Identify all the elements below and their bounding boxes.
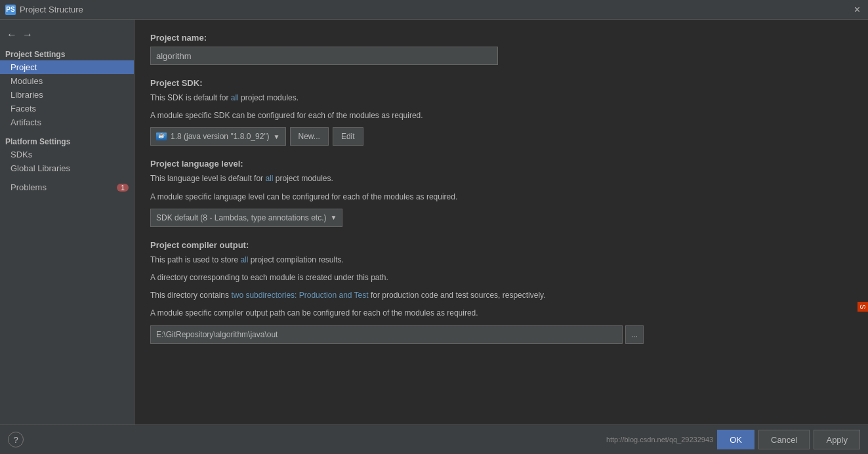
edit-sdk-button[interactable]: Edit	[333, 127, 363, 146]
compiler-desc-1: This path is used to store all project c…	[150, 254, 852, 266]
sidebar: ← → Project Settings Project Modules Lib…	[0, 20, 134, 424]
sidebar-item-modules[interactable]: Modules	[0, 74, 134, 88]
main-container: ← → Project Settings Project Modules Lib…	[0, 20, 868, 424]
platform-settings-label: Platform Settings	[0, 134, 134, 148]
sdk-dropdown[interactable]: ☕ 1.8 (java version "1.8.0_92") ▼	[150, 127, 286, 146]
forward-button[interactable]: →	[21, 28, 34, 42]
bottom-right-buttons: http://blog.csdn.net/qq_29232943 OK Canc…	[606, 430, 860, 449]
title-bar-text: Project Structure	[20, 5, 83, 14]
sdk-highlight-all: all	[231, 93, 239, 102]
watermark-badge: S	[858, 302, 868, 312]
title-bar-left: PS Project Structure	[5, 5, 83, 15]
sidebar-item-sdks[interactable]: SDKs	[0, 148, 134, 161]
sidebar-item-artifacts[interactable]: Artifacts	[0, 115, 134, 129]
sidebar-item-libraries[interactable]: Libraries	[0, 88, 134, 102]
project-language-label: Project language level:	[150, 159, 852, 169]
browse-button[interactable]: ...	[625, 325, 644, 344]
project-sdk-group: Project SDK: This SDK is default for all…	[150, 78, 852, 146]
sdk-dropdown-arrow-icon: ▼	[274, 133, 280, 140]
project-settings-label: Project Settings	[0, 47, 134, 60]
project-sdk-label: Project SDK:	[150, 78, 852, 88]
lang-value: SDK default (8 - Lambdas, type annotatio…	[156, 213, 326, 222]
project-language-group: Project language level: This language le…	[150, 159, 852, 226]
problems-badge: 1	[117, 184, 129, 192]
cancel-button[interactable]: Cancel	[758, 430, 810, 449]
project-compiler-group: Project compiler output: This path is us…	[150, 240, 852, 344]
lang-dropdown-arrow-icon: ▼	[330, 214, 337, 221]
language-dropdown[interactable]: SDK default (8 - Lambdas, type annotatio…	[150, 209, 342, 227]
sidebar-item-project[interactable]: Project	[0, 60, 134, 74]
language-row: SDK default (8 - Lambdas, type annotatio…	[150, 209, 852, 227]
project-name-input[interactable]	[150, 47, 498, 65]
project-compiler-label: Project compiler output:	[150, 240, 852, 250]
new-sdk-button[interactable]: New...	[290, 127, 329, 146]
content-area: Project name: Project SDK: This SDK is d…	[134, 20, 868, 424]
sidebar-actions: ← →	[0, 25, 134, 47]
app-icon: PS	[5, 5, 16, 15]
back-button[interactable]: ←	[5, 28, 18, 42]
compiler-desc-3: This directory contains two subdirectori…	[150, 289, 852, 302]
sdk-value: 1.8 (java version "1.8.0_92")	[171, 132, 270, 141]
lang-desc-2: A module specific language level can be …	[150, 191, 852, 203]
url-watermark: http://blog.csdn.net/qq_29232943	[606, 436, 713, 444]
project-name-group: Project name:	[150, 33, 852, 65]
sidebar-item-global-libraries[interactable]: Global Libraries	[0, 161, 134, 175]
apply-button[interactable]: Apply	[814, 430, 860, 449]
ok-button[interactable]: OK	[717, 430, 754, 449]
title-bar: PS Project Structure ×	[0, 0, 868, 20]
help-button[interactable]: ?	[8, 432, 24, 447]
compiler-highlight-subdirs: two subdirectories: Production and Test	[231, 291, 368, 300]
problems-label: Problems	[10, 182, 47, 192]
sdk-desc-1: This SDK is default for all project modu…	[150, 92, 852, 104]
lang-desc-1: This language level is default for all p…	[150, 173, 852, 185]
bottom-bar: ? http://blog.csdn.net/qq_29232943 OK Ca…	[0, 424, 868, 454]
compiler-desc-2: A directory corresponding to each module…	[150, 272, 852, 284]
sdk-icon: ☕	[156, 133, 167, 140]
compiler-output-row: ...	[150, 325, 852, 344]
sidebar-item-facets[interactable]: Facets	[0, 102, 134, 115]
project-name-label: Project name:	[150, 33, 852, 43]
compiler-path-input[interactable]	[150, 325, 623, 344]
close-button[interactable]: ×	[852, 3, 863, 16]
sdk-desc-2: A module specific SDK can be configured …	[150, 110, 852, 122]
compiler-desc-4: A module specific compiler output path c…	[150, 307, 852, 320]
sdk-row: ☕ 1.8 (java version "1.8.0_92") ▼ New...…	[150, 127, 852, 146]
sidebar-item-problems[interactable]: Problems 1	[0, 180, 134, 194]
lang-highlight-all: all	[265, 174, 273, 183]
compiler-highlight-all: all	[240, 255, 248, 264]
